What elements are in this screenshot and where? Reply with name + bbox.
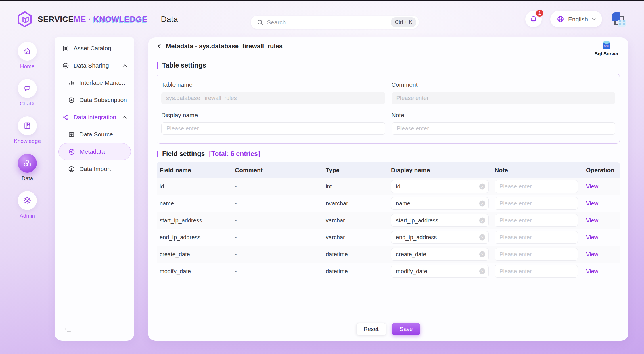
clear-icon[interactable]: ✕ [479, 218, 485, 224]
rail-label: Knowledge [14, 138, 41, 144]
book-icon [18, 116, 37, 135]
metadata-icon [68, 148, 75, 155]
rail-label: Data [22, 175, 33, 182]
notifications-button[interactable]: 1 [525, 11, 542, 27]
table-name-field: Table name [161, 81, 385, 104]
sidebar-collapse-button[interactable] [64, 325, 72, 334]
app-switcher-icon[interactable] [611, 11, 627, 27]
note-label: Note [392, 112, 616, 119]
content-card: Metadata - sys.database_firewall_rules S… [148, 37, 628, 341]
back-button[interactable] [157, 43, 162, 49]
sidebar-item-label: Data Import [79, 166, 111, 172]
brand-separator: · [88, 15, 91, 24]
brand-knowledge: KNOWLEDGE [93, 15, 148, 24]
content-title: Metadata - sys.database_firewall_rules [166, 43, 283, 50]
search-bar[interactable]: Ctrl + K [251, 16, 419, 29]
content-header: Metadata - sys.database_firewall_rules [148, 37, 628, 55]
clear-icon[interactable]: ✕ [479, 234, 485, 241]
sidebar-item-data-sharing[interactable]: Data Sharing [58, 57, 131, 74]
column-header: Note [494, 167, 586, 174]
sharing-icon [62, 62, 69, 69]
row-display-name-input[interactable] [391, 197, 489, 210]
chat-icon [18, 79, 37, 98]
table-settings-form: Table name Comment Display name Note [157, 74, 620, 144]
display-name-cell: ✕ [391, 248, 489, 261]
table-name-label: Table name [161, 81, 385, 88]
chevron-left-icon [157, 43, 162, 49]
field-settings-table: Field name Comment Type Display name Not… [157, 162, 620, 280]
field-settings-heading: Field settings [Total: 6 entries] [157, 150, 620, 158]
language-selector[interactable]: English [550, 11, 602, 27]
display-name-cell: ✕ [391, 231, 489, 244]
view-link[interactable]: View [586, 200, 598, 207]
clear-icon[interactable]: ✕ [479, 201, 485, 207]
table-row: create_date - datetime ✕ View [157, 246, 620, 263]
field-settings-total: [Total: 6 entries] [209, 150, 260, 158]
view-link[interactable]: View [586, 234, 598, 241]
row-display-name-input[interactable] [391, 180, 489, 193]
clear-icon[interactable]: ✕ [479, 268, 485, 274]
sidebar-item-asset-catalog[interactable]: Asset Catalog [58, 40, 131, 57]
type-cell: nvarchar [326, 200, 391, 207]
type-cell: datetime [326, 251, 391, 258]
row-note-input[interactable] [494, 180, 578, 193]
sidebar-item-data-import[interactable]: Data Import [58, 160, 131, 178]
table-settings-title: Table settings [162, 61, 206, 69]
svg-text:SQL: SQL [604, 44, 610, 47]
clear-icon[interactable]: ✕ [479, 251, 485, 257]
data-source-icon [68, 131, 75, 138]
clear-icon[interactable]: ✕ [479, 184, 485, 190]
bell-icon [530, 15, 538, 23]
row-note-input[interactable] [494, 197, 578, 210]
rail-item-admin[interactable]: Admin [18, 191, 37, 219]
row-display-name-input[interactable] [391, 248, 489, 261]
display-name-cell: ✕ [391, 197, 489, 210]
display-name-input[interactable] [161, 122, 385, 135]
rail-item-home[interactable]: Home [18, 42, 37, 70]
row-display-name-input[interactable] [391, 231, 489, 244]
brand: SERVICEME·KNOWLEDGE [16, 11, 147, 28]
rail-item-chatx[interactable]: ChatX [18, 79, 37, 107]
display-name-cell: ✕ [391, 265, 489, 278]
row-note-input[interactable] [494, 265, 578, 278]
plus-square-icon [68, 97, 75, 104]
view-link[interactable]: View [586, 268, 598, 274]
comment-cell: - [235, 234, 326, 241]
sidebar-item-label: Data Source [79, 131, 113, 138]
sidebar-item-interface-management[interactable]: Interface Manage... [58, 74, 131, 91]
chevron-up-icon [122, 64, 127, 67]
row-note-input[interactable] [494, 231, 578, 244]
chevron-up-icon [122, 116, 127, 119]
comment-cell: - [235, 183, 326, 190]
display-name-cell: ✕ [391, 214, 489, 227]
sidebar-item-data-subscription[interactable]: Data Subscription [58, 91, 131, 109]
comment-label: Comment [392, 81, 616, 88]
comment-cell: - [235, 217, 326, 224]
sidebar-item-data-source[interactable]: Data Source [58, 126, 131, 143]
import-icon [68, 166, 75, 173]
reset-button[interactable]: Reset [356, 323, 386, 335]
menu-fold-icon [64, 325, 72, 333]
view-link[interactable]: View [586, 251, 598, 257]
note-input[interactable] [392, 122, 616, 135]
view-link[interactable]: View [586, 217, 598, 224]
chevron-down-icon [592, 18, 596, 20]
row-note-input[interactable] [494, 248, 578, 261]
field-name-cell: end_ip_address [157, 234, 235, 241]
search-shortcut-badge: Ctrl + K [391, 17, 416, 27]
save-button[interactable]: Save [392, 323, 421, 335]
row-display-name-input[interactable] [391, 214, 489, 227]
sidebar-item-data-integration[interactable]: Data integration [58, 109, 131, 126]
row-display-name-input[interactable] [391, 265, 489, 278]
column-header: Field name [157, 167, 235, 174]
type-cell: varchar [326, 234, 391, 241]
form-actions: Reset Save [148, 323, 628, 335]
page-title: Data [161, 15, 178, 24]
search-input[interactable] [267, 19, 391, 26]
view-link[interactable]: View [586, 183, 598, 190]
sidebar-item-metadata[interactable]: Metadata [58, 143, 131, 160]
rail-item-data[interactable]: Data [18, 154, 37, 182]
rail-item-knowledge[interactable]: Knowledge [14, 116, 41, 144]
type-cell: int [326, 183, 391, 190]
row-note-input[interactable] [494, 214, 578, 227]
